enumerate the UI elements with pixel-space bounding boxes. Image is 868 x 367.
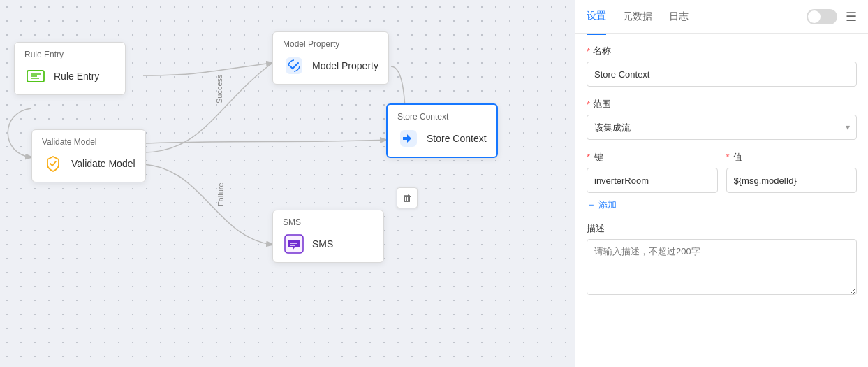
store-context-label: Store Context	[427, 133, 487, 144]
store-context-node[interactable]: Store Context Store Context	[386, 103, 498, 158]
rule-entry-icon	[24, 65, 47, 87]
add-button[interactable]: ＋ 添加	[587, 199, 617, 211]
rule-entry-label: Rule Entry	[54, 71, 99, 82]
scope-group: * 范围 该集成流 ▾	[587, 98, 857, 140]
failure-label: Failure	[216, 182, 225, 206]
rule-entry-title: Rule Entry	[24, 50, 115, 59]
kv-row: * 键 * 值	[587, 151, 857, 193]
store-context-icon	[397, 127, 420, 150]
key-col: * 键	[587, 151, 718, 193]
right-panel: 设置 元数据 日志 ☰ * 名称 * 范围 该集	[575, 0, 868, 367]
model-property-title: Model Property	[283, 39, 378, 49]
delete-button[interactable]: 🗑	[397, 187, 418, 208]
value-input[interactable]	[726, 168, 858, 193]
key-label: * 键	[587, 151, 718, 164]
scope-select[interactable]: 该集成流	[587, 115, 857, 140]
rule-entry-node[interactable]: Rule Entry Rule Entry	[14, 42, 126, 95]
canvas: Success Failure Rule Entry Rule Entry Va…	[0, 0, 575, 367]
name-label: * 名称	[587, 45, 857, 57]
model-property-icon	[283, 55, 305, 77]
description-label: 描述	[587, 222, 857, 235]
scope-label: * 范围	[587, 98, 857, 110]
model-property-node[interactable]: Model Property Model Property	[272, 31, 389, 85]
tab-metadata[interactable]: 元数据	[623, 0, 652, 34]
value-col: * 值	[726, 151, 858, 193]
validate-model-node[interactable]: Validate Model Validate Model	[31, 129, 146, 182]
value-label: * 值	[726, 151, 858, 164]
sms-title: SMS	[283, 217, 374, 227]
store-context-title: Store Context	[397, 112, 487, 122]
panel-content: * 名称 * 范围 该集成流 ▾ * 键	[575, 34, 868, 367]
name-required: *	[587, 46, 590, 57]
success-label: Success	[215, 74, 223, 103]
name-input[interactable]	[587, 62, 857, 87]
validate-model-title: Validate Model	[42, 137, 135, 147]
validate-model-label: Validate Model	[71, 158, 135, 169]
sms-icon	[283, 233, 305, 255]
description-group: 描述	[587, 222, 857, 298]
description-textarea[interactable]	[587, 239, 857, 295]
tab-log[interactable]: 日志	[669, 0, 689, 34]
sms-node[interactable]: SMS SMS	[272, 210, 384, 263]
tab-actions: ☰	[807, 9, 857, 24]
panel-tabs: 设置 元数据 日志 ☰	[575, 0, 868, 34]
toggle-knob	[808, 10, 821, 23]
plus-icon: ＋	[587, 199, 596, 211]
key-input[interactable]	[587, 168, 718, 193]
tab-settings[interactable]: 设置	[587, 0, 606, 35]
value-required: *	[726, 152, 730, 162]
scope-required: *	[587, 99, 590, 110]
validate-icon	[42, 152, 64, 175]
menu-icon[interactable]: ☰	[846, 9, 857, 24]
sms-label: SMS	[312, 238, 333, 250]
key-required: *	[587, 152, 590, 162]
model-property-label: Model Property	[312, 60, 378, 71]
enable-toggle[interactable]	[807, 9, 837, 24]
scope-select-wrapper: 该集成流 ▾	[587, 115, 857, 140]
name-group: * 名称	[587, 45, 857, 87]
